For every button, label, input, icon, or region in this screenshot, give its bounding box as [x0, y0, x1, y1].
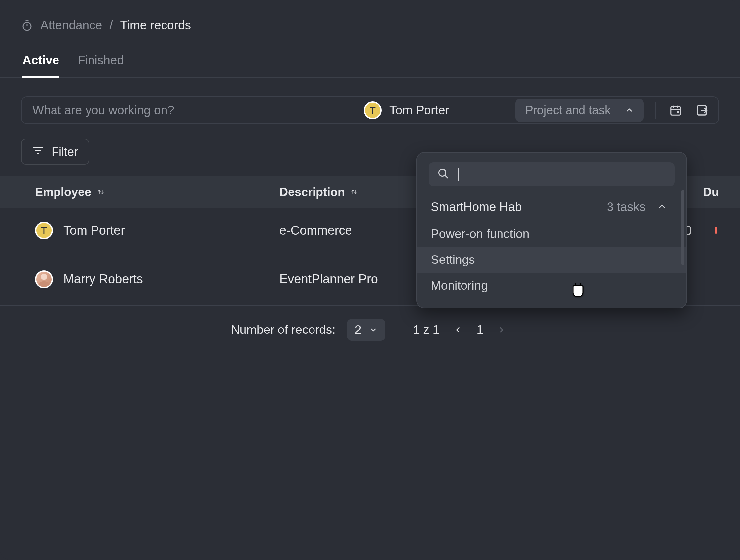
tab-finished[interactable]: Finished: [78, 53, 124, 77]
col-description[interactable]: Description: [279, 185, 425, 199]
page-size-value: 2: [355, 323, 362, 337]
description-cell: e-Commerce: [279, 224, 425, 238]
col-employee-label: Employee: [35, 185, 91, 199]
time-entry-bar: T Tom Porter Project and task: [21, 96, 719, 124]
avatar: T: [35, 222, 53, 239]
svg-rect-14: [719, 227, 719, 234]
text-cursor: [458, 168, 459, 181]
svg-rect-7: [676, 111, 678, 113]
avatar: [35, 270, 53, 288]
pagination: Number of records: 2 1 z 1 1: [0, 306, 740, 354]
project-task-select[interactable]: Project and task: [515, 99, 644, 122]
project-group-header[interactable]: SmartHome Hab 3 tasks: [417, 193, 686, 221]
pause-button[interactable]: [714, 226, 719, 235]
task-option[interactable]: Settings: [417, 247, 686, 273]
filter-label: Filter: [52, 145, 78, 159]
project-task-popover: SmartHome Hab 3 tasks Power-on function …: [416, 152, 687, 308]
task-option[interactable]: Monitoring: [417, 273, 686, 299]
prev-page-button[interactable]: [451, 323, 465, 337]
svg-rect-3: [671, 107, 680, 115]
svg-point-18: [439, 170, 446, 176]
calendar-button[interactable]: [668, 103, 683, 118]
task-input[interactable]: [32, 103, 351, 117]
project-task-label: Project and task: [525, 103, 611, 117]
tabs: Active Finished: [0, 53, 740, 78]
breadcrumb: Attendance / Time records: [0, 18, 740, 32]
stopwatch-icon: [21, 19, 33, 31]
start-timer-button[interactable]: [695, 103, 710, 118]
app-root: Attendance / Time records Active Finishe…: [0, 0, 740, 560]
breadcrumb-section[interactable]: Attendance: [40, 18, 102, 32]
svg-rect-13: [715, 227, 717, 234]
col-employee[interactable]: Employee: [35, 185, 279, 199]
breadcrumb-current: Time records: [120, 18, 191, 32]
page-info: 1 z 1: [413, 323, 439, 337]
description-cell: EventPlanner Pro: [279, 272, 425, 286]
sort-icon: [350, 185, 359, 199]
search-icon: [437, 168, 449, 181]
task-option[interactable]: Power-on function: [417, 221, 686, 247]
project-group-name: SmartHome Hab: [431, 200, 607, 214]
divider: [655, 102, 656, 119]
chevron-down-icon: [369, 323, 377, 337]
chevron-up-icon: [625, 103, 634, 117]
popover-search-input[interactable]: [467, 168, 666, 181]
svg-line-19: [445, 175, 448, 178]
current-page: 1: [476, 323, 483, 337]
scrollbar-thumb[interactable]: [681, 190, 684, 265]
assignee-chip[interactable]: T Tom Porter: [351, 101, 462, 119]
employee-name: Tom Porter: [64, 224, 125, 238]
col-duration-label: Du: [703, 185, 719, 199]
next-page-button[interactable]: [494, 323, 509, 337]
employee-name: Marry Roberts: [64, 272, 143, 286]
col-description-label: Description: [279, 185, 345, 199]
avatar: T: [364, 101, 382, 119]
sort-icon: [96, 185, 105, 199]
filter-icon: [32, 145, 43, 159]
assignee-name: Tom Porter: [389, 103, 449, 117]
tab-active[interactable]: Active: [22, 53, 59, 77]
page-size-select[interactable]: 2: [347, 319, 385, 341]
project-group-count: 3 tasks: [607, 200, 646, 214]
popover-search[interactable]: [429, 162, 674, 186]
svg-point-15: [40, 273, 47, 280]
chevron-up-icon: [657, 200, 667, 214]
page-size-label: Number of records:: [231, 323, 336, 337]
breadcrumb-separator: /: [109, 18, 113, 32]
filter-button[interactable]: Filter: [21, 139, 89, 165]
